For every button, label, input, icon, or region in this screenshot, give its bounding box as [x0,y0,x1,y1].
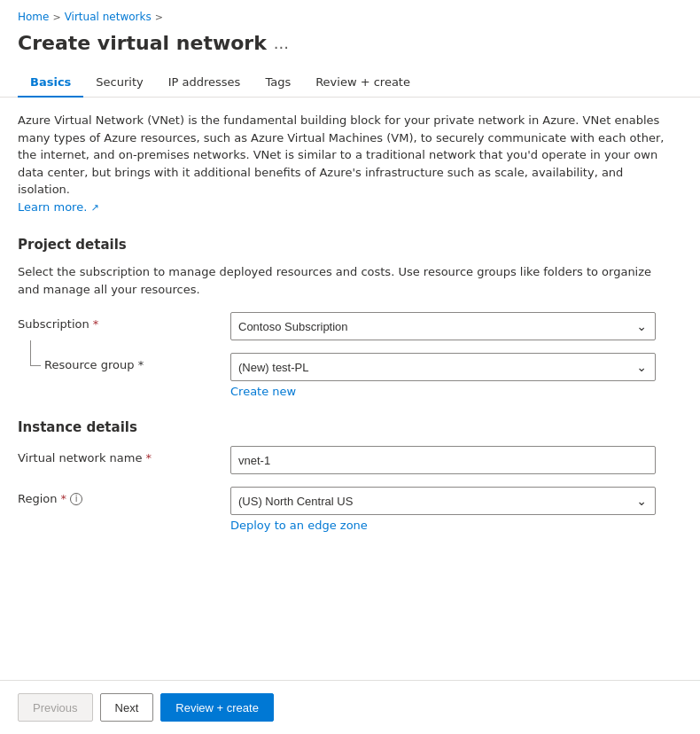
footer: Previous Next Review + create [0,680,700,734]
subscription-row: Subscription * Contoso Subscription [18,312,682,340]
previous-button[interactable]: Previous [18,693,93,722]
resource-group-select[interactable]: (New) test-PL [230,353,656,381]
subscription-field: Contoso Subscription [230,312,656,340]
region-select-wrapper: (US) North Central US [230,487,656,515]
breadcrumb-virtual-networks[interactable]: Virtual networks [65,11,152,23]
region-field: (US) North Central US Deploy to an edge … [230,487,656,532]
page-title: Create virtual network [18,32,267,54]
more-options-icon[interactable]: ... [274,34,289,52]
vnet-name-input[interactable]: vnet-1 [230,446,656,474]
external-link-icon: ↗ [90,202,98,214]
tab-basics[interactable]: Basics [18,68,83,98]
project-details-title: Project details [18,237,682,253]
vnet-name-required: * [145,451,152,465]
deploy-edge-link[interactable]: Deploy to an edge zone [230,519,368,532]
resource-group-select-wrapper: (New) test-PL [230,353,656,381]
breadcrumb-sep-2: > [155,12,163,23]
next-button[interactable]: Next [100,693,154,722]
region-row: Region * i (US) North Central US Deploy … [18,487,682,532]
region-label: Region * i [18,487,230,505]
page-title-row: Create virtual network ... [0,28,700,68]
resource-group-row: Resource group * (New) test-PL Create ne… [18,353,682,398]
vnet-name-label: Virtual network name * [18,446,230,465]
tab-ip-addresses[interactable]: IP addresses [156,68,253,98]
vnet-name-row: Virtual network name * vnet-1 [18,446,682,474]
tabs-bar: Basics Security IP addresses Tags Review… [0,68,700,98]
tab-tags[interactable]: Tags [253,68,303,98]
subscription-select[interactable]: Contoso Subscription [230,312,656,340]
resource-group-required: * [138,358,144,371]
review-create-button[interactable]: Review + create [160,693,274,722]
region-required: * [61,492,67,505]
tab-review-create[interactable]: Review + create [303,68,423,98]
resource-group-field: (New) test-PL Create new [230,353,656,398]
instance-details-title: Instance details [18,419,682,435]
project-details-description: Select the subscription to manage deploy… [18,263,673,298]
region-info-icon[interactable]: i [70,493,82,505]
create-new-link[interactable]: Create new [230,385,296,398]
subscription-label: Subscription * [18,312,230,331]
description-text: Azure Virtual Network (VNet) is the fund… [18,112,673,215]
resource-group-label: Resource group * [44,353,230,371]
tab-security[interactable]: Security [83,68,155,98]
main-content: Azure Virtual Network (VNet) is the fund… [0,98,700,558]
subscription-required: * [93,317,99,331]
learn-more-link[interactable]: Learn more. ↗ [18,200,99,214]
region-select[interactable]: (US) North Central US [230,487,656,515]
vnet-name-field: vnet-1 [230,446,656,474]
breadcrumb-home[interactable]: Home [18,11,49,23]
breadcrumb-sep-1: > [52,12,60,23]
breadcrumb: Home > Virtual networks > [0,0,700,28]
subscription-select-wrapper: Contoso Subscription [230,312,656,340]
